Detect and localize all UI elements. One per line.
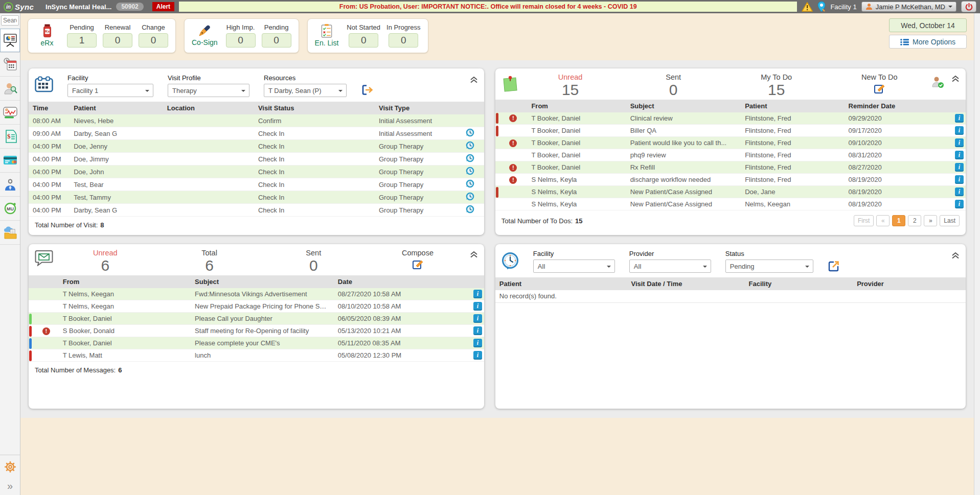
info-icon[interactable]: i xyxy=(473,326,482,335)
todo-row[interactable]: ! T Booker, Daniel Biller QA Flintstone,… xyxy=(495,125,966,137)
info-icon[interactable]: i xyxy=(955,175,964,184)
collapse-chevron-icon[interactable] xyxy=(951,252,960,259)
visit-row[interactable]: 04:00 PM Darby, Sean G Check In Group Th… xyxy=(29,204,484,217)
pending-provider-select[interactable]: All xyxy=(629,260,711,273)
resources-select[interactable]: T Darby, Sean (P) xyxy=(264,84,347,97)
sidebar-item-practice-admin[interactable] xyxy=(0,173,20,197)
visit-row[interactable]: 09:00 AM Darby, Sean G Check In Initial … xyxy=(29,127,484,140)
todo-row[interactable]: ! S Nelms, Keyla discharge workflow need… xyxy=(495,174,966,186)
recurring-visit-icon[interactable] xyxy=(466,167,474,175)
scrollbar[interactable] xyxy=(974,13,980,495)
recurring-visit-icon[interactable] xyxy=(466,205,474,214)
pagination-button[interactable]: First xyxy=(854,215,874,226)
info-icon[interactable]: i xyxy=(955,126,964,135)
external-link-icon[interactable] xyxy=(828,260,840,272)
message-row[interactable]: ! T Lewis, Matt lunch 05/08/2020 12:30 P… xyxy=(29,349,484,362)
facility-select[interactable]: Facility 1 xyxy=(67,84,153,97)
visit-row[interactable]: 04:00 PM Doe, Jimmy Check In Group Thera… xyxy=(29,153,484,166)
enlist-icon-group[interactable]: En. List xyxy=(315,24,339,47)
todo-row[interactable]: ! T Booker, Daniel Clinical review Flint… xyxy=(495,112,966,125)
toolbar-stat[interactable]: Renewal 0 xyxy=(103,23,132,48)
info-icon[interactable]: i xyxy=(473,351,482,360)
pending-facility-select[interactable]: All xyxy=(533,260,615,273)
message-row[interactable]: ! S Booker, Donald Staff meeting for Re-… xyxy=(29,325,484,337)
todo-row[interactable]: ! S Nelms, Keyla New Patient/Case Assign… xyxy=(495,198,966,210)
info-icon[interactable]: i xyxy=(473,302,482,311)
recurring-visit-icon[interactable] xyxy=(466,154,474,162)
new-todo-button[interactable]: New To Do xyxy=(828,73,931,97)
pending-status-select[interactable]: Pending xyxy=(725,260,813,273)
erx-icon-group[interactable]: Rx eRx xyxy=(35,24,59,47)
todo-row[interactable]: ! T Booker, Daniel Patient would like yo… xyxy=(495,137,966,149)
info-icon[interactable]: i xyxy=(955,138,964,147)
pagination-button[interactable]: 1 xyxy=(892,215,905,226)
collapse-chevron-icon[interactable] xyxy=(470,251,478,260)
todo-sent-stat[interactable]: Sent 0 xyxy=(622,73,725,99)
sidebar-item-patient-search[interactable] xyxy=(0,77,20,101)
messages-total-stat[interactable]: Total 6 xyxy=(157,249,262,274)
toolbar-stat[interactable]: Pending 1 xyxy=(67,23,97,48)
compose-message-button[interactable]: Compose xyxy=(366,249,470,272)
info-icon[interactable]: i xyxy=(473,314,482,323)
info-icon[interactable]: i xyxy=(473,290,482,298)
info-icon[interactable]: i xyxy=(955,187,964,196)
cosign-icon-group[interactable]: Co-Sign xyxy=(192,24,218,46)
sidebar-item-payments[interactable] xyxy=(0,149,20,173)
todo-row[interactable]: ! T Booker, Daniel Rx Refill Flintstone,… xyxy=(495,161,966,174)
message-row[interactable]: ! T Booker, Daniel Please Call your Daug… xyxy=(29,313,484,325)
todo-unread-stat[interactable]: Unread 15 xyxy=(519,73,622,99)
sidebar-item-billing[interactable]: $ xyxy=(0,125,20,149)
sidebar-item-vitals[interactable] xyxy=(0,101,20,125)
warning-icon[interactable] xyxy=(802,2,813,12)
settings-gear-icon[interactable] xyxy=(4,460,17,474)
visit-profile-select[interactable]: Therapy xyxy=(168,84,249,97)
messages-sent-stat[interactable]: Sent 0 xyxy=(261,249,366,274)
messages-unread-stat[interactable]: Unread 6 xyxy=(53,249,157,274)
info-icon[interactable]: i xyxy=(955,200,964,208)
message-row[interactable]: ! T Nelms, Keegan Fwd:Minnesota Vikings … xyxy=(29,288,484,300)
recurring-visit-icon[interactable] xyxy=(466,141,474,150)
recurring-visit-icon[interactable] xyxy=(466,192,474,201)
logout-power-button[interactable] xyxy=(961,1,976,12)
assigned-todo-icon[interactable] xyxy=(931,76,944,88)
toolbar-stat[interactable]: Pending 0 xyxy=(262,23,291,48)
info-icon[interactable]: i xyxy=(955,114,964,123)
toolbar-stat[interactable]: Change 0 xyxy=(139,23,168,48)
pagination-button[interactable]: Last xyxy=(940,215,960,226)
location-pin-icon[interactable] xyxy=(817,1,826,12)
todo-row[interactable]: ! T Booker, Daniel phq9 review Flintston… xyxy=(495,149,966,161)
info-icon[interactable]: i xyxy=(955,151,964,159)
toolbar-stat[interactable]: Not Started 0 xyxy=(347,23,380,48)
visit-row[interactable]: 04:00 PM Test, Tammy Check In Group Ther… xyxy=(29,191,484,204)
sidebar-item-meaningful-use[interactable]: MU xyxy=(0,197,20,221)
toolbar-stat[interactable]: High Imp. 0 xyxy=(226,23,256,48)
recurring-visit-icon[interactable] xyxy=(466,128,474,137)
sidebar-item-documents[interactable] xyxy=(0,221,20,245)
search-input[interactable] xyxy=(1,15,19,26)
todo-row[interactable]: ! S Nelms, Keyla New Patient/Case Assign… xyxy=(495,186,966,198)
pagination-button[interactable]: » xyxy=(924,215,937,226)
more-options-button[interactable]: More Options xyxy=(889,35,967,49)
toolbar-stat[interactable]: In Progress 0 xyxy=(386,23,420,48)
info-icon[interactable]: i xyxy=(955,163,964,172)
message-row[interactable]: ! T Booker, Daniel Please complete your … xyxy=(29,337,484,349)
compose-icon[interactable] xyxy=(412,259,423,270)
visit-row[interactable]: 04:00 PM Test, Bear Check In Group Thera… xyxy=(29,178,484,191)
pagination-button[interactable]: « xyxy=(876,215,890,226)
current-date-button[interactable]: Wed, October 14 xyxy=(889,18,967,32)
expand-icon[interactable]: » xyxy=(7,481,13,491)
visit-row[interactable]: 08:00 AM Nieves, Hebe Confirm Initial As… xyxy=(29,114,484,127)
sidebar-item-scheduler[interactable] xyxy=(0,53,20,77)
collapse-chevron-icon[interactable] xyxy=(470,76,478,83)
compose-icon[interactable] xyxy=(874,83,885,95)
sidebar-item-dashboard[interactable] xyxy=(0,29,20,53)
visit-row[interactable]: 04:00 PM Doe, Jenny Check In Group Thera… xyxy=(29,140,484,153)
collapse-chevron-icon[interactable] xyxy=(951,75,960,84)
pagination-button[interactable]: 2 xyxy=(908,215,921,226)
user-menu[interactable]: Jamie P McKethan, MD xyxy=(861,2,956,12)
message-row[interactable]: ! T Nelms, Keegan New Prepaid Package Pr… xyxy=(29,300,484,313)
checkout-export-icon[interactable] xyxy=(361,84,374,96)
recurring-visit-icon[interactable] xyxy=(466,179,474,188)
visit-row[interactable]: 04:00 PM Doe, John Check In Group Therap… xyxy=(29,166,484,178)
info-icon[interactable]: i xyxy=(473,339,482,347)
